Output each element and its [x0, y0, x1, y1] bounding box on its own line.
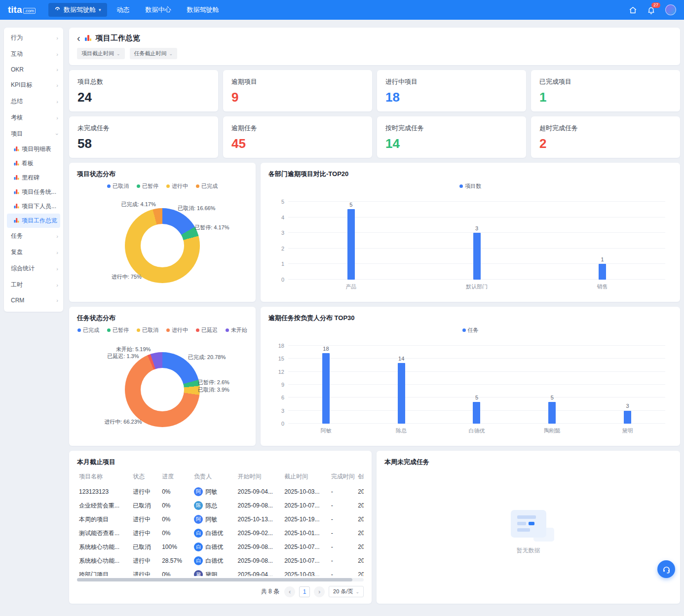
sidebar-item-label: 总结: [11, 97, 23, 106]
cell-project-name: 123123123: [77, 485, 131, 499]
bar-column-销售[interactable]: 1: [539, 202, 665, 280]
bar[interactable]: [398, 363, 405, 424]
legend-item-已取消[interactable]: 已取消: [107, 182, 129, 190]
sidebar-item-总结[interactable]: 总结›: [4, 93, 63, 109]
sidebar-subitem-看板[interactable]: 看板: [7, 156, 60, 171]
stat-value: 2: [539, 137, 672, 150]
nav-item-数据驾驶舱[interactable]: 数据驾驶舱: [181, 3, 225, 17]
legend-item-进行中[interactable]: 进行中: [166, 182, 188, 190]
table-row[interactable]: 系统核心功能...已取消100%白白德优2025-09-08...2025-10…: [77, 540, 364, 554]
home-icon[interactable]: [629, 6, 637, 14]
cell-start-date: 2025-09-08...: [236, 554, 283, 568]
sidebar-item-互动[interactable]: 互动›: [4, 46, 63, 62]
sidebar-subitem-里程碑[interactable]: 里程碑: [7, 171, 60, 185]
page-size-select[interactable]: 20 条/页 ⌄: [329, 586, 364, 597]
donut-ring[interactable]: [125, 208, 200, 283]
horizontal-scrollbar[interactable]: [77, 578, 364, 581]
cell-status: 已取消: [131, 499, 160, 512]
table-row[interactable]: 本周的项目进行中0%阿阿敏2025-10-13...2025-10-19...-…: [77, 512, 364, 526]
table-row[interactable]: 123123123进行中0%阿阿敏2025-09-04...2025-10-03…: [77, 485, 364, 499]
filter-chip-项目截止时间[interactable]: 项目截止时间⌄: [77, 48, 125, 59]
sidebar-subitem-项目明细表[interactable]: 项目明细表: [7, 142, 60, 156]
table-row[interactable]: 跨部门项目进行中0%黛黛明2025-09-04...2025-10-03...-…: [77, 568, 364, 576]
donut-chart[interactable]: 未开始: 5.19%已延迟: 1.3%已完成: 20.78%已暂停: 2.6%已…: [77, 336, 248, 437]
cell-status: 进行中: [131, 554, 160, 568]
nav-item-动态[interactable]: 动态: [111, 3, 136, 17]
bar[interactable]: [473, 402, 480, 424]
sidebar-item-复盘[interactable]: 复盘›: [4, 244, 63, 260]
bar-column-白德优[interactable]: 5: [439, 346, 515, 424]
cell-end-date: 2025-10-03...: [282, 485, 329, 499]
sidebar-item-label: 综合统计: [11, 264, 35, 273]
stat-card-进行中项目: 进行中项目18: [377, 70, 526, 111]
navbar-menu: 数据驾驶舱▾动态数据中心数据驾驶舱: [48, 3, 225, 17]
bar[interactable]: [548, 402, 556, 424]
panel-title: 任务状态分布: [77, 314, 248, 323]
cell-created-date: 2025...: [356, 512, 364, 526]
legend-item-任务[interactable]: 任务: [462, 326, 479, 334]
bar[interactable]: [624, 411, 631, 424]
bar-column-陶刚懿[interactable]: 5: [514, 346, 590, 424]
sidebar-item-label: 行为: [11, 34, 23, 42]
bar-column-默认部门[interactable]: 3: [414, 202, 540, 280]
panel-project-status-donut: 项目状态分布 已取消已暂停进行中已完成 已完成: 4.17%已取消: 16.66…: [69, 163, 256, 302]
back-button[interactable]: ‹: [77, 33, 80, 43]
legend-item-已延迟[interactable]: 已延迟: [196, 326, 218, 334]
sidebar-item-考核[interactable]: 考核›: [4, 109, 63, 126]
current-page[interactable]: 1: [299, 586, 310, 597]
next-page-button[interactable]: ›: [314, 586, 325, 597]
sidebar-subitem-项目任务统...[interactable]: 项目任务统...: [7, 185, 60, 199]
nav-item-数据中心[interactable]: 数据中心: [140, 3, 177, 17]
cell-finish-date: -: [329, 499, 356, 512]
donut-ring[interactable]: [125, 352, 200, 427]
legend-item-已完成[interactable]: 已完成: [77, 326, 99, 334]
prev-page-button[interactable]: ‹: [284, 586, 295, 597]
sidebar-item-工时[interactable]: 工时›: [4, 277, 63, 293]
sidebar-item-OKR[interactable]: OKR›: [4, 62, 63, 77]
legend-item-项目数[interactable]: 项目数: [459, 182, 481, 190]
bar[interactable]: [322, 353, 330, 424]
projects-table: 项目名称状态进度负责人开始时间截止时间完成时间创建时间 123123123进行中…: [77, 469, 364, 576]
table-row[interactable]: 系统核心功能...进行中28.57%白白德优2025-09-08...2025-…: [77, 554, 364, 568]
cell-owner: 白白德优: [192, 526, 235, 540]
sidebar-item-综合统计[interactable]: 综合统计›: [4, 260, 63, 277]
bar-chart[interactable]: 012345531产品默认部门销售: [288, 202, 665, 290]
legend-item-进行中[interactable]: 进行中: [166, 326, 188, 334]
sidebar-subitem-项目工作总览[interactable]: 项目工作总览: [7, 214, 60, 228]
avatar[interactable]: [665, 4, 676, 15]
bar-chart[interactable]: 03691215181814553阿敏陈总白德优陶刚懿黛明: [288, 346, 665, 435]
sidebar-subitem-项目下人员...[interactable]: 项目下人员...: [7, 199, 60, 214]
legend-item-未开始[interactable]: 未开始: [226, 326, 247, 334]
sidebar-subitem-label: 项目任务统...: [22, 188, 56, 196]
sidebar-item-任务[interactable]: 任务›: [4, 228, 63, 244]
donut-chart[interactable]: 已完成: 4.17%已取消: 16.66%已暂停: 4.17%进行中: 75%: [77, 192, 248, 293]
nav-item-label: 动态: [117, 5, 130, 14]
bell-icon[interactable]: 27: [647, 6, 655, 14]
legend-item-已暂停[interactable]: 已暂停: [107, 326, 129, 334]
sidebar-item-行为[interactable]: 行为›: [4, 30, 63, 46]
sidebar-item-KPI目标[interactable]: KPI目标›: [4, 77, 63, 93]
bar-column-黛明[interactable]: 3: [590, 346, 665, 424]
bar[interactable]: [473, 233, 481, 280]
sidebar-item-项目[interactable]: 项目›: [4, 126, 63, 142]
y-axis-tick: 4: [281, 215, 284, 220]
bar-column-产品[interactable]: 5: [288, 202, 414, 280]
legend-item-已取消[interactable]: 已取消: [137, 326, 158, 334]
bar[interactable]: [347, 209, 355, 280]
logo-text: tita: [8, 4, 22, 15]
stat-value: 45: [231, 137, 364, 150]
bar-column-阿敏[interactable]: 18: [288, 346, 364, 424]
nav-item-数据驾驶舱[interactable]: 数据驾驶舱▾: [48, 3, 107, 17]
bar[interactable]: [599, 264, 606, 280]
table-row[interactable]: 企业经营会重...已取消0%陈陈总2025-09-08...2025-10-07…: [77, 499, 364, 512]
legend-item-已暂停[interactable]: 已暂停: [137, 182, 158, 190]
customer-service-button[interactable]: [657, 560, 675, 578]
sidebar-item-CRM[interactable]: CRM›: [4, 293, 63, 308]
filter-chip-任务截止时间[interactable]: 任务截止时间⌄: [130, 48, 178, 59]
legend-item-已完成[interactable]: 已完成: [196, 182, 218, 190]
table-row[interactable]: 测试能否查看...进行中0%白白德优2025-09-02...2025-10-0…: [77, 526, 364, 540]
scrollbar-thumb[interactable]: [77, 578, 352, 581]
bar-column-陈总[interactable]: 14: [364, 346, 439, 424]
stat-label: 进行中项目: [385, 77, 518, 86]
logo[interactable]: tita .com: [8, 4, 36, 15]
